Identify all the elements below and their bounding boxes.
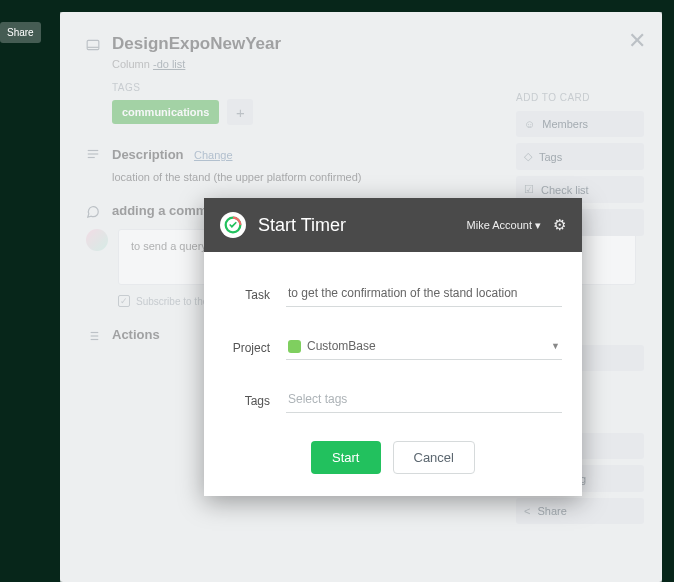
project-select[interactable]: CustomBase ▼ <box>286 335 562 360</box>
members-button[interactable]: ☺Members <box>516 111 644 137</box>
description-icon <box>86 147 100 163</box>
avatar <box>86 229 108 251</box>
timer-logo-icon <box>220 212 246 238</box>
comment-icon <box>86 205 100 219</box>
tags-label: Tags <box>224 394 270 408</box>
project-label: Project <box>224 341 270 355</box>
svg-rect-0 <box>87 40 99 49</box>
actions-header: Actions <box>112 327 160 343</box>
cancel-button[interactable]: Cancel <box>393 441 475 474</box>
start-button[interactable]: Start <box>311 441 380 474</box>
tags-select[interactable]: Select tags <box>286 388 562 413</box>
card-subtitle: Column -do list <box>112 58 636 70</box>
user-icon: ☺ <box>524 118 535 130</box>
chevron-down-icon: ▼ <box>551 341 560 351</box>
subscribe-checkbox[interactable]: ✓ <box>118 295 130 307</box>
column-link[interactable]: -do list <box>153 58 185 70</box>
timer-title: Start Timer <box>258 215 455 236</box>
close-icon[interactable]: ✕ <box>628 28 646 54</box>
project-color-icon <box>288 340 301 353</box>
actions-icon <box>86 329 100 343</box>
account-switcher[interactable]: Mike Account▾ <box>467 219 541 232</box>
chevron-down-icon: ▾ <box>535 219 541 232</box>
task-input[interactable]: to get the confirmation of the stand loc… <box>286 282 562 307</box>
tag-icon: ◇ <box>524 150 532 163</box>
tags-button[interactable]: ◇Tags <box>516 143 644 170</box>
card-icon <box>86 38 100 54</box>
start-timer-popover: Start Timer Mike Account▾ ⚙ Task to get … <box>204 198 582 496</box>
description-header: Description <box>112 147 184 162</box>
share-chip[interactable]: Share <box>0 22 41 43</box>
card-title: DesignExpoNewYear <box>112 34 281 54</box>
task-label: Task <box>224 288 270 302</box>
tag-pill[interactable]: communications <box>112 100 219 124</box>
description-change-link[interactable]: Change <box>194 149 233 161</box>
share-button[interactable]: <Share <box>516 498 644 524</box>
check-icon: ☑ <box>524 183 534 196</box>
add-to-card-header: ADD TO CARD <box>516 92 644 103</box>
share-icon: < <box>524 505 530 517</box>
gear-icon[interactable]: ⚙ <box>553 216 566 234</box>
add-tag-button[interactable]: + <box>227 99 253 125</box>
